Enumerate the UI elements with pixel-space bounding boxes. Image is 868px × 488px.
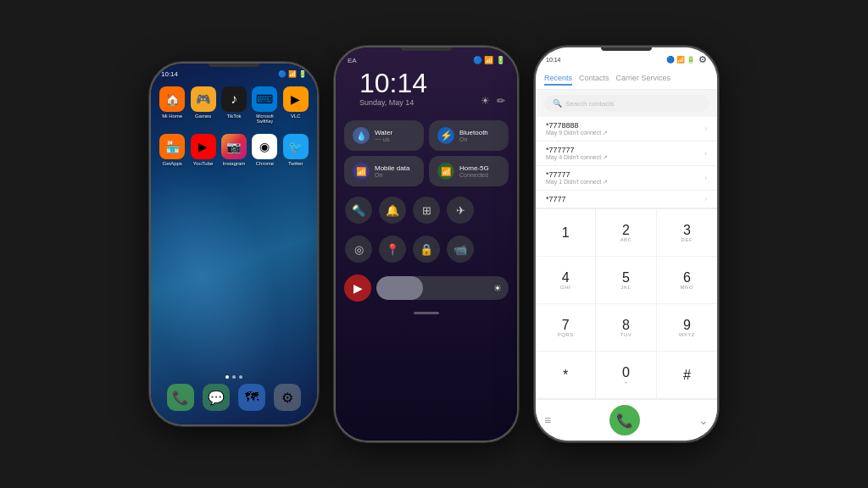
dial-key-star[interactable]: * xyxy=(536,352,596,399)
app-chrome[interactable]: ◉ Chrome xyxy=(252,134,277,166)
water-tile-sub: ~~ us xyxy=(375,136,415,142)
dock-settings[interactable]: ⚙ xyxy=(274,384,301,411)
dial-key-6[interactable]: 6 MNO xyxy=(657,257,717,304)
dot-1 xyxy=(225,375,229,379)
cc-btn-lock[interactable]: 🔒 xyxy=(413,236,440,263)
app-swiftkey[interactable]: ⌨ Microsoft SwiftKey xyxy=(252,86,277,124)
cc-btn-invert[interactable]: ◎ xyxy=(345,236,372,263)
app-instagram[interactable]: 📷 Instagram xyxy=(221,134,247,166)
dialer-status-icons: 🔵 📶 🔋 xyxy=(666,56,695,64)
app-games[interactable]: 🎮 Games xyxy=(190,86,215,124)
cc-btn-airplane[interactable]: ✈ xyxy=(447,197,474,224)
recent-number-3: *77777 xyxy=(546,170,608,179)
dial-key-4[interactable]: 4 GHI xyxy=(536,257,596,304)
bluetooth-tile-name: Bluetooth xyxy=(459,129,500,136)
dial-key-3[interactable]: 3 DEF xyxy=(657,209,717,257)
recent-item-2[interactable]: *777777 May 4 Didn't connect ↗ › xyxy=(536,141,717,166)
homescreen-screen: 10:14 🔵 📶 🔋 🏠 Mi Home 🎮 Games ♪ TikTok ⌨ xyxy=(151,64,317,424)
dialer-down-icon[interactable]: ⌄ xyxy=(698,413,709,427)
mobiledata-tile-sub: On xyxy=(375,172,415,178)
dial-key-5[interactable]: 5 JKL xyxy=(596,257,656,304)
dial-key-2[interactable]: 2 ABC xyxy=(596,209,656,257)
app-vlc[interactable]: ▶ VLC xyxy=(283,86,309,124)
cc-tile-bluetooth[interactable]: ⚡ Bluetooth On xyxy=(429,120,509,151)
cc-btn-location[interactable]: 📍 xyxy=(379,236,406,263)
app-getapps[interactable]: 🏪 GetApps xyxy=(159,134,185,166)
cc-btn-video[interactable]: 📹 xyxy=(447,236,474,263)
mobiledata-icon: 📶 xyxy=(353,163,370,180)
cc-edit-icon: ✏ xyxy=(497,95,505,107)
search-placeholder: Search contacts xyxy=(565,100,614,108)
chevron-icon-1: › xyxy=(704,125,707,133)
tab-contacts[interactable]: Contacts xyxy=(579,72,609,86)
dialer-screen: 10:14 🔵 📶 🔋 ⚙ Recents Contacts Carrier S… xyxy=(536,47,717,441)
dialer-bottom-bar: ≡ 📞 ⌄ xyxy=(536,399,717,441)
wifi-tile-sub: Connected xyxy=(459,172,500,178)
cc-brightness-fill xyxy=(376,276,423,300)
cc-buttons-row2: ◎ 📍 🔒 📹 xyxy=(336,230,517,268)
cc-brightness-slider[interactable]: ☀ xyxy=(376,276,509,300)
wifi-tile-name: Home-5G xyxy=(459,164,500,172)
call-button[interactable]: 📞 xyxy=(609,405,640,435)
water-icon: 💧 xyxy=(353,127,370,144)
recent-item-3[interactable]: *77777 May 1 Didn't connect ↗ › xyxy=(536,166,717,191)
bluetooth-tile-sub: On xyxy=(459,136,500,142)
dial-key-1[interactable]: 1 xyxy=(536,209,596,257)
cc-btn-flashlight[interactable]: 🔦 xyxy=(345,197,372,224)
app-tiktok[interactable]: ♪ TikTok xyxy=(221,86,247,124)
phone-homescreen: 10:14 🔵 📶 🔋 🏠 Mi Home 🎮 Games ♪ TikTok ⌨ xyxy=(149,62,319,426)
recent-number-2: *777777 xyxy=(546,146,608,154)
dialer-tabs: Recents Contacts Carrier Services xyxy=(536,69,717,90)
cc-quick-tiles: 💧 Water ~~ us ⚡ Bluetooth On 📶 Mobile da… xyxy=(336,115,517,191)
settings-icon[interactable]: ⚙ xyxy=(698,54,707,65)
recents-list: *7778888 May 9 Didn't connect ↗ › *77777… xyxy=(536,117,717,208)
cc-btn-mute[interactable]: 🔔 xyxy=(379,197,406,224)
cc-bottom-handle xyxy=(414,312,439,314)
dock-maps[interactable]: 🗺 xyxy=(238,384,265,411)
dialer-menu-icon[interactable]: ≡ xyxy=(544,413,551,427)
cc-date: Sunday, May 14 xyxy=(348,97,439,115)
cc-status-icons: 🔵 📶 🔋 xyxy=(473,56,505,64)
chevron-icon-4: › xyxy=(704,195,707,203)
dock: 📞 💬 🗺 ⚙ xyxy=(167,384,301,411)
app-twitter[interactable]: 🐦 Twitter xyxy=(283,134,309,166)
recent-item-1[interactable]: *7778888 May 9 Didn't connect ↗ › xyxy=(536,117,717,141)
dial-key-7[interactable]: 7 PQRS xyxy=(536,304,596,352)
dialer-status-bar: 10:14 🔵 📶 🔋 ⚙ xyxy=(536,47,717,69)
recent-item-4[interactable]: *7777 › xyxy=(536,191,717,208)
dot-2 xyxy=(232,375,236,379)
cc-clock: 10:14 xyxy=(348,69,439,97)
search-icon: 🔍 xyxy=(553,99,562,108)
dock-phone[interactable]: 📞 xyxy=(167,384,194,411)
dialer-time: 10:14 xyxy=(546,57,561,63)
dial-key-8[interactable]: 8 TUV xyxy=(596,304,656,352)
phone-dialer: 10:14 🔵 📶 🔋 ⚙ Recents Contacts Carrier S… xyxy=(534,46,719,442)
cc-tile-wifi[interactable]: 📶 Home-5G Connected xyxy=(429,156,509,186)
app-youtube[interactable]: ▶ YouTube xyxy=(190,134,215,166)
status-bar-1: 10:14 🔵 📶 🔋 xyxy=(151,64,317,81)
cc-carrier: EA xyxy=(348,57,357,64)
tab-carrier[interactable]: Carrier Services xyxy=(616,72,671,86)
cc-music-button[interactable]: ▶ xyxy=(344,274,371,302)
dial-key-0[interactable]: 0 + xyxy=(596,352,656,399)
recent-info-1: May 9 Didn't connect ↗ xyxy=(546,130,608,136)
dock-sms[interactable]: 💬 xyxy=(203,384,230,411)
app-mihome[interactable]: 🏠 Mi Home xyxy=(159,86,185,124)
tab-recents[interactable]: Recents xyxy=(544,72,572,86)
phone-controlcenter: EA 🔵 📶 🔋 10:14 Sunday, May 14 ☀ ✏ 💧 Wate… xyxy=(334,46,519,442)
cc-status-bar: EA 🔵 📶 🔋 xyxy=(336,47,517,69)
cc-tile-mobiledata[interactable]: 📶 Mobile data On xyxy=(344,156,424,186)
contacts-search-bar[interactable]: 🔍 Search contacts xyxy=(544,95,709,112)
brightness-icon: ☀ xyxy=(493,283,502,294)
dot-3 xyxy=(239,375,242,379)
chevron-icon-3: › xyxy=(704,174,707,182)
dial-key-hash[interactable]: # xyxy=(657,352,717,399)
time-1: 10:14 xyxy=(161,70,178,78)
bluetooth-icon: ⚡ xyxy=(437,127,454,144)
cc-slider-row: ▶ ☀ xyxy=(336,268,517,305)
water-tile-name: Water xyxy=(375,129,415,136)
page-dots xyxy=(225,375,242,379)
dial-key-9[interactable]: 9 WXYZ xyxy=(657,304,717,352)
cc-btn-cast[interactable]: ⊞ xyxy=(413,197,440,224)
cc-tile-water[interactable]: 💧 Water ~~ us xyxy=(344,120,424,151)
